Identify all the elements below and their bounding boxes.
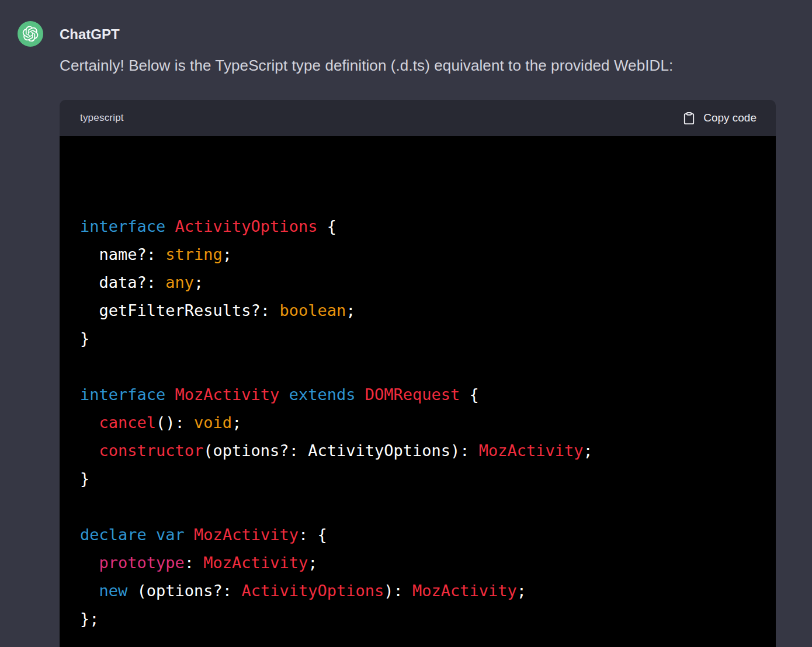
copy-code-label: Copy code: [703, 112, 757, 124]
copy-code-button[interactable]: Copy code: [682, 111, 757, 126]
code-token: MozActivity: [479, 441, 584, 460]
code-token: (options?:: [127, 582, 241, 600]
chatgpt-avatar: [18, 21, 43, 47]
assistant-message: ChatGPT Certainly! Below is the TypeScri…: [0, 0, 812, 647]
code-token: string: [165, 245, 223, 263]
code-lines: interface ActivityOptions { name?: strin…: [80, 213, 755, 633]
message-paragraph: Certainly! Below is the TypeScript type …: [60, 50, 734, 81]
code-token: {: [317, 217, 336, 235]
code-line: [80, 493, 755, 521]
code-token: MozActivity: [175, 385, 280, 403]
code-token: extends: [289, 385, 356, 403]
code-token: name?:: [80, 245, 165, 263]
code-line: interface MozActivity extends DOMRequest…: [80, 381, 755, 409]
code-token: : {: [299, 526, 327, 544]
code-token: data?:: [80, 273, 165, 291]
code-line: new (options?: ActivityOptions): MozActi…: [80, 577, 755, 605]
code-token: ):: [384, 582, 412, 600]
code-token: new: [99, 582, 128, 600]
code-token: (options?: ActivityOptions):: [203, 441, 478, 460]
code-token: [80, 582, 99, 600]
code-token: MozActivity: [194, 526, 299, 544]
code-token: interface: [80, 217, 175, 235]
code-token: ActivityOptions: [175, 217, 318, 235]
code-token: ;: [223, 245, 232, 263]
code-token: getFilterResults?:: [80, 301, 279, 319]
code-token: constructor: [99, 441, 204, 460]
code-line: interface ActivityOptions {: [80, 213, 755, 241]
code-token: ;: [194, 273, 203, 291]
code-line: cancel(): void;: [80, 409, 755, 437]
sender-name: ChatGPT: [60, 26, 777, 43]
code-line: declare var MozActivity: {: [80, 521, 755, 549]
code-line: getFilterResults?: boolean;: [80, 297, 755, 325]
code-token: [355, 385, 365, 403]
code-token: cancel: [99, 413, 157, 432]
code-token: any: [165, 273, 194, 291]
message-content: ChatGPT Certainly! Below is the TypeScri…: [60, 21, 777, 647]
code-line: }: [80, 465, 755, 493]
code-token: ;: [232, 413, 241, 432]
code-token: }: [80, 329, 89, 347]
code-line: constructor(options?: ActivityOptions): …: [80, 437, 755, 465]
code-token: ;: [308, 554, 317, 572]
code-token: void: [194, 413, 232, 432]
code-line: }: [80, 325, 755, 353]
code-token: prototype: [99, 554, 185, 572]
code-line: [80, 353, 755, 381]
code-token: declare: [80, 526, 147, 544]
code-token: [147, 526, 156, 544]
code-token: var: [156, 526, 185, 544]
code-token: [80, 441, 99, 460]
code-token: ;: [517, 582, 526, 600]
code-line: data?: any;: [80, 269, 755, 297]
openai-logo-icon: [22, 26, 39, 42]
code-token: [279, 385, 289, 403]
code-line: prototype: MozActivity;: [80, 549, 755, 577]
code-line: };: [80, 605, 755, 633]
code-token: {: [460, 385, 479, 403]
code-token: ;: [584, 441, 593, 460]
code-line: name?: string;: [80, 241, 755, 269]
code-block: typescript Copy code interface ActivityO…: [60, 100, 776, 647]
code-token: MozActivity: [412, 582, 517, 600]
code-token: [185, 526, 194, 544]
code-token: ():: [156, 413, 194, 432]
code-token: };: [80, 610, 99, 628]
code-language-label: typescript: [80, 112, 124, 124]
clipboard-icon: [682, 111, 696, 126]
code-token: ;: [346, 301, 355, 319]
code-token: }: [80, 469, 89, 488]
code-body: interface ActivityOptions { name?: strin…: [60, 136, 776, 647]
code-token: DOMRequest: [365, 385, 460, 403]
code-token: MozActivity: [203, 554, 308, 572]
code-token: [80, 554, 99, 572]
code-token: [80, 413, 99, 432]
code-token: interface: [80, 385, 175, 403]
code-token: :: [185, 554, 204, 572]
code-token: ActivityOptions: [241, 582, 384, 600]
code-token: boolean: [279, 301, 346, 319]
code-block-header: typescript Copy code: [60, 100, 776, 136]
